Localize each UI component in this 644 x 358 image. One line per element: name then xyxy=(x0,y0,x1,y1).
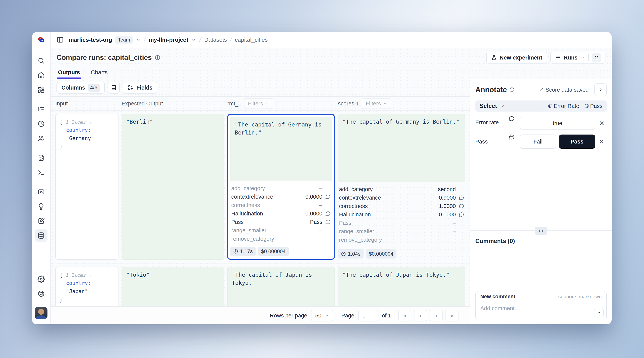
settings-gear-icon[interactable] xyxy=(35,273,48,285)
lightbulb-icon[interactable] xyxy=(35,200,48,213)
page-header: Compare runs: capital_cities New experim… xyxy=(51,48,612,67)
run2-filters-button[interactable]: Filters xyxy=(362,98,391,109)
comment-bubble-icon[interactable] xyxy=(456,195,464,201)
clear-score-icon[interactable]: ✕ xyxy=(599,138,604,145)
drag-handle[interactable] xyxy=(535,227,547,235)
pass-option-button[interactable]: Pass xyxy=(559,134,595,149)
config-badge-pass[interactable]: ©Pass xyxy=(585,103,602,109)
input-cell[interactable]: { 1 Items ⌄ country: "Japan" } xyxy=(55,267,118,306)
support-lifebuoy-icon[interactable] xyxy=(35,288,48,300)
info-icon[interactable] xyxy=(509,87,514,92)
comment-bubble-icon[interactable] xyxy=(456,203,464,209)
datasets-database-icon[interactable] xyxy=(35,229,48,242)
main-split: Columns 4/6 Fields xyxy=(51,79,612,324)
run-output-text-box: "The capital of Germany is Berlin." xyxy=(230,117,332,181)
run1-output-cell[interactable]: "The capital of Japan is Tokyo." xyxy=(227,267,335,306)
breadcrumb-datasets[interactable]: Datasets xyxy=(204,36,227,43)
metric-row: PassPass xyxy=(231,218,331,226)
active-configs: ©Error Rate ©Pass xyxy=(542,103,602,109)
run1-name[interactable]: rmt_1 xyxy=(227,100,242,107)
expected-output-cell[interactable]: "Tokio" xyxy=(122,267,224,306)
previous-page-button[interactable]: ‹ xyxy=(414,310,427,322)
annotation-square-pen-icon[interactable] xyxy=(35,215,48,227)
fail-option-button[interactable]: Fail xyxy=(520,134,556,149)
user-avatar[interactable] xyxy=(35,307,48,319)
playground-terminal-icon[interactable] xyxy=(35,166,48,179)
next-page-button[interactable]: › xyxy=(430,310,443,322)
tab-charts[interactable]: Charts xyxy=(90,67,109,79)
columns-button[interactable]: Columns 4/6 xyxy=(56,82,105,94)
save-status: Score data saved xyxy=(538,87,589,93)
submit-comment-button[interactable] xyxy=(594,308,604,318)
page-number-input[interactable] xyxy=(358,310,378,322)
metric-row: contextrelevance0.9000 xyxy=(339,193,464,202)
collapse-panel-button[interactable] xyxy=(594,83,607,96)
tracing-tree-icon[interactable] xyxy=(35,103,48,115)
breadcrumb-project[interactable]: my-llm-project xyxy=(149,36,188,43)
comment-bubble-icon[interactable] xyxy=(322,211,331,216)
row-height-button[interactable] xyxy=(108,82,120,94)
chevron-right-icon xyxy=(598,87,603,92)
expected-output-cell[interactable]: "Berlin" xyxy=(122,114,224,260)
sessions-clock-icon[interactable] xyxy=(35,118,48,130)
score-row-pass: Pass Fail Pass ✕ xyxy=(475,134,607,149)
fields-button[interactable]: Fields xyxy=(123,82,158,94)
config-badge-error-rate[interactable]: ©Error Rate xyxy=(548,103,579,109)
new-experiment-button[interactable]: New experiment xyxy=(486,52,547,63)
comment-textarea[interactable] xyxy=(476,302,606,314)
run-output-text: "The capital of Germany is Berlin." xyxy=(342,118,460,125)
search-icon[interactable] xyxy=(35,54,48,67)
evaluators-percent-icon[interactable] xyxy=(35,186,48,198)
tab-outputs[interactable]: Outputs xyxy=(57,67,81,79)
first-page-button[interactable]: « xyxy=(398,310,412,322)
chevron-down-icon[interactable] xyxy=(136,37,141,42)
json-key: country: xyxy=(66,127,91,133)
score-select-dropdown[interactable]: Select xyxy=(480,103,505,109)
org-logo[interactable] xyxy=(32,32,51,48)
column-header-expected[interactable]: Expected Output xyxy=(122,100,224,107)
comment-bubble-icon[interactable] xyxy=(322,194,331,200)
comment-bubble-icon[interactable] xyxy=(322,219,331,225)
score-config-icon: © xyxy=(585,103,589,109)
page-title: Compare runs: capital_cities xyxy=(56,53,152,62)
json-items-count[interactable]: 1 Items xyxy=(66,272,86,278)
last-page-button[interactable]: » xyxy=(446,310,458,322)
header-actions: New experiment Runs 2 xyxy=(486,52,606,63)
chevron-down-icon[interactable]: ⌄ xyxy=(89,272,92,278)
sidebar-toggle-icon[interactable] xyxy=(56,36,64,43)
clear-score-icon[interactable]: ✕ xyxy=(599,119,604,127)
json-items-count[interactable]: 1 Items xyxy=(66,119,86,125)
run2-output-cell[interactable]: "The capital of Japan is Tokyo." xyxy=(338,267,466,306)
error-rate-input[interactable] xyxy=(520,117,595,130)
input-cell[interactable]: { 1 Items ⌄ country: "Germany" } xyxy=(55,114,118,260)
json-brace: { xyxy=(60,272,62,278)
table-row: { 1 Items ⌄ country: "Japan" } "Tokio" "… xyxy=(55,267,466,306)
run1-output-cell-selected[interactable]: "The capital of Germany is Berlin." add_… xyxy=(227,114,335,260)
table-body: { 1 Items ⌄ country: "Germany" } "Berlin… xyxy=(51,111,470,306)
score-config-bar: Select ©Error Rate ©Pass xyxy=(475,100,607,112)
run2-name[interactable]: scores-1 xyxy=(338,100,359,107)
run1-filters-button[interactable]: Filters xyxy=(244,98,273,109)
json-value: "Japan" xyxy=(66,288,88,294)
prompts-file-code-icon[interactable] xyxy=(35,152,48,164)
comment-bubble-icon[interactable] xyxy=(508,115,515,122)
comment-bubble-icon[interactable] xyxy=(456,212,464,217)
rows-per-page-select[interactable]: 50 xyxy=(311,310,333,322)
users-icon[interactable] xyxy=(35,132,48,144)
breadcrumb-org[interactable]: marlies-test-org xyxy=(69,36,112,43)
run-stats: 1.04s $0.000004 xyxy=(338,248,466,260)
chevron-down-icon[interactable] xyxy=(191,37,196,42)
dashboard-icon[interactable] xyxy=(35,84,48,96)
chevron-down-icon[interactable]: ⌄ xyxy=(89,119,92,125)
pagination-bar: Rows per page 50 Page of 1 « ‹ xyxy=(51,306,470,324)
runs-button[interactable]: Runs 2 xyxy=(550,52,606,63)
score-label[interactable]: Pass xyxy=(475,139,488,145)
cost-chip: $0.000004 xyxy=(366,249,396,259)
column-header-input[interactable]: Input xyxy=(55,100,118,107)
score-label[interactable]: Error rate xyxy=(475,119,499,127)
breadcrumb-dataset[interactable]: capital_cities xyxy=(235,36,268,43)
home-icon[interactable] xyxy=(35,69,48,81)
info-icon[interactable] xyxy=(155,55,160,60)
comment-bubble-dots-icon[interactable] xyxy=(508,134,515,140)
run2-output-cell[interactable]: "The capital of Germany is Berlin." add_… xyxy=(338,114,466,260)
